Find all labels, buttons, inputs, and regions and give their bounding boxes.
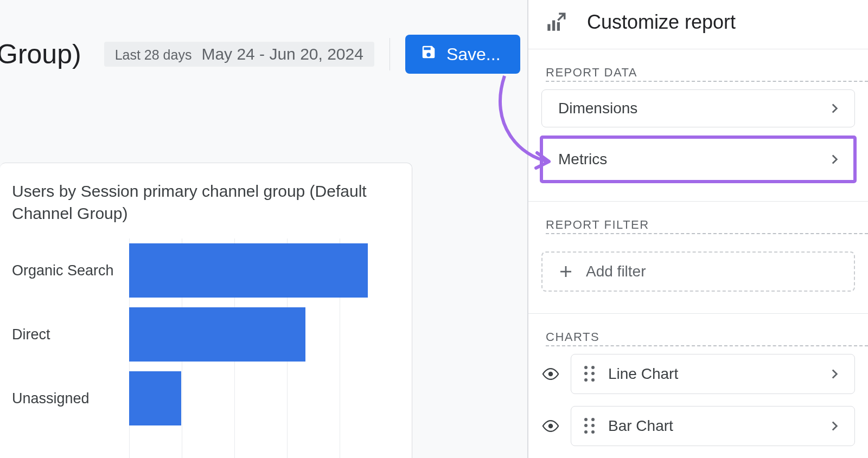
users-by-channel-card: Users by Session primary channel group (…: [0, 163, 412, 458]
customize-report-panel: Customize report REPORT DATA Dimensions …: [527, 0, 868, 458]
section-report-data: REPORT DATA: [546, 66, 868, 82]
dimensions-option[interactable]: Dimensions: [541, 89, 855, 127]
visibility-toggle-icon[interactable]: [541, 417, 560, 435]
save-button-label: Save...: [446, 44, 501, 64]
bar-label: Unassigned: [12, 390, 129, 407]
panel-divider: [528, 313, 868, 314]
drag-handle-icon[interactable]: [584, 366, 596, 382]
bar-label: Direct: [12, 326, 129, 343]
main-report-area: Group) Last 28 days May 24 - Jun 20, 202…: [0, 0, 527, 458]
bar-chart-option[interactable]: Bar Chart: [571, 406, 855, 446]
bar-row: Organic Search: [12, 238, 392, 302]
bar-row: Direct: [12, 302, 392, 366]
panel-divider: [528, 201, 868, 202]
svg-rect-0: [547, 24, 550, 31]
customize-report-icon: [545, 11, 567, 34]
topbar-divider: [390, 38, 390, 70]
bar: [129, 307, 305, 362]
page-title: Group): [0, 38, 81, 70]
date-range-value: May 24 - Jun 20, 2024: [201, 45, 363, 63]
line-chart-option[interactable]: Line Chart: [571, 354, 855, 394]
chevron-right-icon: [827, 152, 841, 166]
save-button[interactable]: Save...: [405, 35, 520, 74]
metrics-label: Metrics: [558, 151, 607, 168]
chart-type-row: Line Chart: [541, 354, 855, 394]
metrics-option[interactable]: Metrics: [541, 137, 855, 182]
save-icon: [420, 44, 437, 64]
date-range-prefix: Last 28 days: [115, 47, 192, 63]
svg-rect-1: [552, 21, 555, 31]
bar-label: Organic Search: [12, 262, 129, 279]
section-charts: CHARTS: [546, 330, 868, 346]
date-range-picker[interactable]: Last 28 days May 24 - Jun 20, 2024: [104, 42, 374, 67]
chevron-right-icon: [827, 101, 841, 115]
bar: [129, 243, 368, 298]
svg-point-4: [548, 424, 553, 429]
report-topbar: Group) Last 28 days May 24 - Jun 20, 202…: [0, 0, 527, 74]
add-filter-button[interactable]: Add filter: [541, 251, 855, 292]
svg-rect-2: [557, 22, 560, 31]
bar: [129, 371, 181, 425]
plus-icon: [558, 263, 574, 280]
panel-title: Customize report: [587, 11, 736, 34]
svg-point-3: [548, 372, 553, 377]
section-report-filter: REPORT FILTER: [546, 218, 868, 234]
chart-type-row: Bar Chart: [541, 406, 855, 446]
add-filter-label: Add filter: [586, 263, 646, 280]
chart-title: Users by Session primary channel group (…: [12, 180, 392, 224]
bar-row: Unassigned: [12, 366, 392, 430]
dimensions-label: Dimensions: [558, 100, 637, 117]
horizontal-bar-chart: Organic Search Direct Unassigned: [12, 238, 392, 458]
chevron-right-icon: [827, 367, 841, 381]
drag-handle-icon[interactable]: [584, 418, 596, 434]
visibility-toggle-icon[interactable]: [541, 365, 560, 383]
panel-header: Customize report: [528, 0, 868, 49]
chevron-right-icon: [827, 419, 841, 433]
bar-chart-label: Bar Chart: [608, 417, 673, 435]
line-chart-label: Line Chart: [608, 365, 678, 383]
